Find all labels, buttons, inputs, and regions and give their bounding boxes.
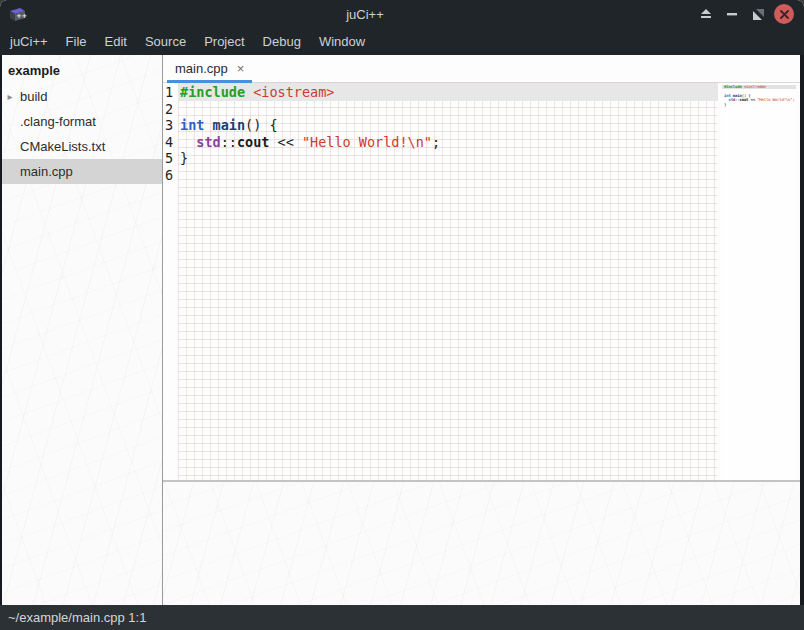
menu-item-debug[interactable]: Debug xyxy=(254,28,310,55)
close-button[interactable] xyxy=(774,4,794,24)
status-file-position: ~/example/main.cpp 1:1 xyxy=(8,610,146,625)
code-line-5[interactable]: } xyxy=(178,150,718,167)
tree-item-label: main.cpp xyxy=(20,164,73,179)
tree-item-clang-format[interactable]: .clang-format xyxy=(0,109,162,134)
tree-item-cmakelists-txt[interactable]: CMakeLists.txt xyxy=(0,134,162,159)
code-editor[interactable]: 123456 #include <iostream> int main() { … xyxy=(163,83,804,480)
line-number: 6 xyxy=(165,167,178,184)
menu-item-edit[interactable]: Edit xyxy=(96,28,136,55)
active-tab-indicator xyxy=(167,80,252,83)
minimap-line-4: std::cout << "Hello World!\n"; xyxy=(722,98,796,102)
restore-button[interactable] xyxy=(748,4,768,24)
menu-item-file[interactable]: File xyxy=(57,28,96,55)
window-edge-right xyxy=(800,55,804,605)
code-line-4[interactable]: std::cout << "Hello World!\n"; xyxy=(178,134,718,151)
svg-text:++: ++ xyxy=(16,12,27,20)
window-edge-left xyxy=(0,55,2,605)
minimap[interactable]: #include <iostream> int main() { std::co… xyxy=(722,83,796,480)
line-number: 3 xyxy=(165,117,178,134)
project-root-label: example xyxy=(0,55,162,84)
menu-item-juci[interactable]: juCi++ xyxy=(1,28,57,55)
expander-icon[interactable]: ▸ xyxy=(0,91,20,102)
tab-close-icon[interactable]: × xyxy=(237,62,245,75)
tree-item-label: build xyxy=(20,89,47,104)
line-number-gutter: 123456 xyxy=(163,83,178,480)
line-number: 5 xyxy=(165,150,178,167)
window-controls xyxy=(696,4,804,24)
menu-item-project[interactable]: Project xyxy=(195,28,253,55)
minimap-line-6 xyxy=(722,107,796,111)
tree-item-label: CMakeLists.txt xyxy=(20,139,105,154)
shade-button[interactable] xyxy=(696,4,716,24)
tabbar: main.cpp × xyxy=(163,55,804,83)
code-line-2[interactable] xyxy=(178,101,718,118)
menu-item-source[interactable]: Source xyxy=(136,28,195,55)
titlebar[interactable]: ++ juCi++ xyxy=(0,0,804,28)
line-number: 1 xyxy=(165,84,178,101)
tab-label: main.cpp xyxy=(175,61,228,76)
line-number: 2 xyxy=(165,101,178,118)
statusbar: ~/example/main.cpp 1:1 xyxy=(0,605,804,630)
code-line-3[interactable]: int main() { xyxy=(178,117,718,134)
code-area[interactable]: #include <iostream> int main() { std::co… xyxy=(178,83,718,480)
app-logo-icon: ++ xyxy=(0,6,34,23)
file-tree-panel: example ▸build.clang-formatCMakeLists.tx… xyxy=(0,55,163,605)
tab-main-cpp[interactable]: main.cpp × xyxy=(167,55,252,82)
window-title: juCi++ xyxy=(34,7,696,22)
tree-item-build[interactable]: ▸build xyxy=(0,84,162,109)
line-number: 4 xyxy=(165,134,178,151)
tree-item-label: .clang-format xyxy=(20,114,96,129)
code-line-1[interactable]: #include <iostream> xyxy=(178,84,718,101)
minimize-button[interactable] xyxy=(722,4,742,24)
file-tree: ▸build.clang-formatCMakeLists.txtmain.cp… xyxy=(0,84,162,184)
tree-item-main-cpp[interactable]: main.cpp xyxy=(0,159,162,184)
terminal-pane[interactable] xyxy=(163,482,804,605)
juci-window: ++ juCi++ juCi++FileEditSourceProjectDeb… xyxy=(0,0,804,630)
menubar: juCi++FileEditSourceProjectDebugWindow xyxy=(0,28,804,55)
code-line-6[interactable] xyxy=(178,167,718,184)
menu-item-window[interactable]: Window xyxy=(310,28,374,55)
